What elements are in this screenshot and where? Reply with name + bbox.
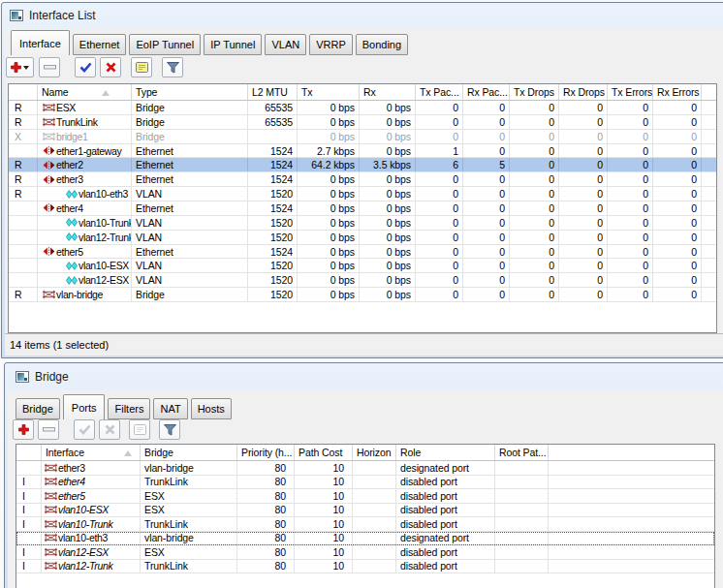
column-header-bridge[interactable]: Bridge — [141, 445, 237, 460]
tab-ip-tunnel[interactable]: IP Tunnel — [204, 34, 262, 55]
column-header-blank[interactable] — [16, 445, 42, 460]
cell-horizon — [353, 560, 396, 573]
table-row[interactable]: Iether5ESX8010disabled port — [16, 489, 714, 504]
column-header-type[interactable]: Type — [132, 84, 248, 100]
enable-button[interactable] — [75, 57, 96, 77]
column-header-priority-h-[interactable]: Priority (h... — [237, 445, 295, 460]
table-row[interactable]: Iether4TrunkLink8010disabled port — [16, 476, 714, 490]
tab-hosts[interactable]: Hosts — [191, 398, 232, 419]
cell-l2mtu: 1520 — [248, 259, 298, 272]
filter-button[interactable] — [162, 57, 183, 77]
table-row[interactable]: vlan12-TrunkVLAN15200 bps0 bps000000 — [9, 231, 716, 245]
column-header-blank[interactable] — [702, 84, 716, 100]
cell-tx: 0 bps — [298, 115, 360, 129]
cell-priority: 80 — [237, 489, 295, 503]
comment-button[interactable] — [129, 419, 150, 440]
cell-role: disabled port — [396, 517, 495, 531]
column-header-rx[interactable]: Rx — [360, 84, 416, 100]
remove-button[interactable] — [38, 419, 59, 440]
cell-flag — [16, 461, 42, 475]
cell-type: Bridge — [132, 130, 248, 143]
tab-ethernet[interactable]: Ethernet — [73, 34, 127, 55]
table-row[interactable]: RTrunkLinkBridge655350 bps0 bps000000 — [9, 115, 716, 130]
bridge-icon — [43, 290, 55, 299]
table-row[interactable]: vlan12-ESXVLAN15200 bps0 bps000000 — [9, 273, 716, 288]
tab-nat[interactable]: NAT — [153, 398, 187, 419]
table-row[interactable]: Xbridge1Bridge0 bps0 bps000000 — [9, 130, 716, 144]
table-row[interactable]: vlan10-eth3vlan-bridge8010designated por… — [16, 532, 714, 546]
column-header-tx-errors[interactable]: Tx Errors — [608, 84, 653, 100]
disable-icon — [106, 62, 116, 73]
table-row[interactable]: ether3vlan-bridge8010designated port — [16, 461, 714, 476]
cell-flag: I — [16, 504, 42, 517]
table-row[interactable]: ether1-gatewayEthernet15242.7 kbps0 bps1… — [9, 144, 716, 159]
column-header-blank[interactable] — [9, 84, 38, 100]
table-row[interactable]: vlan10-ESXVLAN15200 bps0 bps000000 — [9, 259, 716, 273]
tab-ports[interactable]: Ports — [63, 394, 106, 419]
filter-button[interactable] — [159, 419, 180, 440]
cell-horizon — [353, 545, 396, 559]
table-row[interactable]: vlan10-TrunkVLAN15200 bps0 bps000000 — [9, 216, 716, 231]
port-name: vlan10-eth3 — [58, 532, 108, 543]
bridge-port-icon — [45, 505, 57, 514]
table-row[interactable]: Ivlan12-ESXESX8010disabled port — [16, 545, 714, 560]
cell-bridge: ESX — [141, 545, 237, 559]
disable-button[interactable] — [99, 419, 120, 440]
cell-name: vlan10-eth3 — [42, 532, 141, 545]
enable-button[interactable] — [74, 419, 95, 440]
tab-bridge[interactable]: Bridge — [16, 398, 60, 419]
cell-l2mtu: 1520 — [248, 216, 298, 230]
column-header-tx-drops[interactable]: Tx Drops — [510, 84, 559, 100]
column-header-interface[interactable]: Interface — [42, 445, 141, 460]
table-row[interactable]: RESXBridge655350 bps0 bps000000 — [9, 101, 716, 115]
tab-bonding[interactable]: Bonding — [356, 34, 408, 55]
column-header-horizon[interactable]: Horizon — [353, 445, 396, 460]
column-header-name[interactable]: Name — [38, 84, 132, 100]
table-row[interactable]: ether4Ethernet15240 bps0 bps000000 — [9, 201, 716, 216]
column-header-blank[interactable] — [549, 445, 714, 460]
disable-icon — [105, 424, 115, 435]
cell-rxe: 0 — [653, 216, 702, 230]
tab-filters[interactable]: Filters — [108, 398, 150, 419]
table-row[interactable]: Ivlan10-TrunkTrunkLink8010disabled port — [16, 517, 714, 532]
ethernet-icon — [43, 203, 55, 212]
remove-button[interactable] — [39, 57, 60, 77]
table-row[interactable]: Rether3Ethernet15240 bps0 bps000000 — [9, 172, 716, 187]
comment-button[interactable] — [131, 57, 152, 77]
add-button[interactable] — [6, 57, 34, 77]
table-row[interactable]: ether5Ethernet15240 bps0 bps000000 — [9, 245, 716, 260]
cell-type: VLAN — [132, 216, 248, 230]
column-header-path-cost[interactable]: Path Cost — [295, 445, 353, 460]
interface-name: vlan12-Trunk — [79, 232, 132, 243]
disable-button[interactable] — [100, 57, 121, 77]
cell-rxd: 0 — [559, 144, 608, 158]
column-header-tx[interactable]: Tx — [298, 84, 360, 100]
column-header-root-pat-[interactable]: Root Pat... — [495, 445, 549, 460]
cell-flag: I — [16, 476, 42, 489]
tab-eoip-tunnel[interactable]: EoIP Tunnel — [129, 34, 201, 55]
table-row[interactable]: Rvlan10-eth3VLAN15200 bps0 bps000000 — [9, 187, 716, 201]
cell-filler — [702, 273, 716, 287]
column-header-role[interactable]: Role — [396, 445, 495, 460]
tab-vlan[interactable]: VLAN — [265, 34, 306, 55]
table-row[interactable]: Ivlan12-TrunkTrunkLink8010disabled port — [16, 560, 714, 574]
tab-interface[interactable]: Interface — [11, 30, 70, 55]
add-button[interactable] — [13, 419, 34, 440]
cell-role: designated port — [396, 532, 495, 545]
table-row[interactable]: Rvlan-bridgeBridge15200 bps0 bps000000 — [9, 288, 716, 302]
table-row[interactable]: Ivlan10-ESXESX8010disabled port — [16, 504, 714, 518]
tab-vrrp[interactable]: VRRP — [309, 34, 353, 55]
column-header-rx-pac-[interactable]: Rx Pac... — [463, 84, 510, 100]
table-row[interactable]: Rether2Ethernet152464.2 kbps3.5 kbps6500… — [9, 158, 716, 172]
cell-l2mtu: 1524 — [248, 201, 298, 215]
cell-bridge: TrunkLink — [141, 560, 237, 573]
vlan-icon — [66, 218, 78, 227]
cell-tx: 0 bps — [298, 130, 360, 143]
bridge-port-icon — [45, 533, 57, 542]
cell-name: vlan12-ESX — [38, 273, 132, 287]
column-header-l2-mtu[interactable]: L2 MTU — [248, 84, 298, 100]
column-header-rx-errors[interactable]: Rx Errors — [653, 84, 702, 100]
column-header-tx-pac-[interactable]: Tx Pac... — [416, 84, 463, 100]
column-header-rx-drops[interactable]: Rx Drops — [559, 84, 608, 100]
bridge-tabs: BridgePortsFiltersNATHosts — [16, 394, 232, 419]
